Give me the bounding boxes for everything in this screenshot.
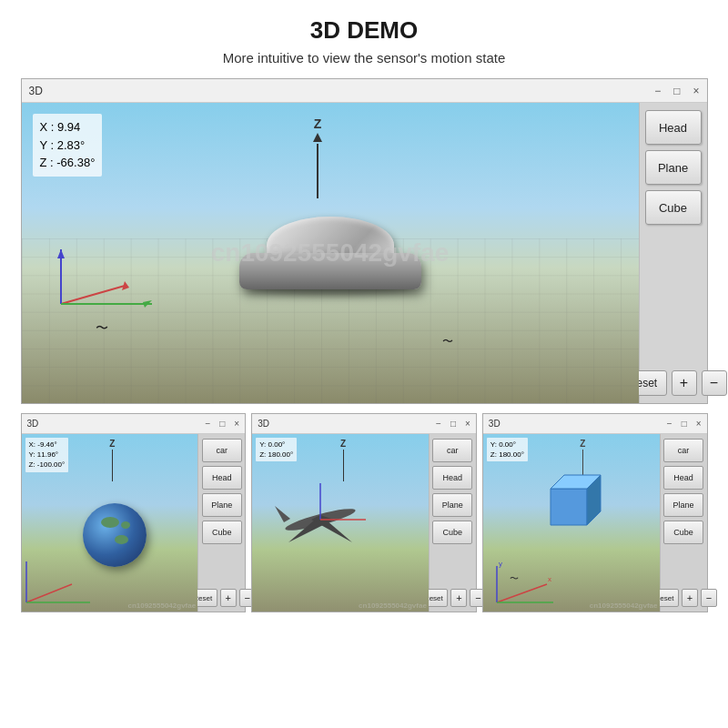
- zoom-in-button[interactable]: +: [672, 370, 697, 396]
- z-axis-label: Z: [314, 116, 322, 131]
- head-button[interactable]: Head: [645, 110, 702, 145]
- sub-maximize-3[interactable]: □: [682, 419, 687, 429]
- car-bottom: [239, 253, 421, 289]
- sub3-axis: x y: [488, 561, 556, 607]
- sub-window-globe: 3D − □ × X: -9.46° Y: 11.96° Z: -100.00°: [21, 413, 247, 612]
- sub-3d-airplane[interactable]: Y: 0.00° Z: 180.00° Z: [252, 434, 429, 612]
- sub3-bird: 〜: [510, 572, 519, 585]
- svg-marker-13: [275, 506, 290, 522]
- sub-close-2[interactable]: ×: [465, 419, 470, 429]
- sub1-cube-button[interactable]: Cube: [202, 521, 242, 544]
- main-right-panel: Head Plane Cube Reset + −: [639, 103, 707, 403]
- sub3-car-button[interactable]: car: [663, 439, 703, 462]
- sub1-watermark: cn1092555042gvfae: [127, 602, 196, 610]
- sub-viewport-2: Y: 0.00° Z: 180.00° Z: [252, 434, 476, 612]
- svg-marker-5: [57, 249, 65, 258]
- close-button[interactable]: ×: [693, 85, 699, 97]
- sub-controls-2: − □ ×: [436, 419, 470, 429]
- main-titlebar: 3D − □ ×: [22, 79, 707, 103]
- svg-text:x: x: [548, 575, 551, 583]
- sub3-head-button[interactable]: Head: [663, 466, 703, 490]
- sub-titlebar-2: 3D − □ ×: [252, 414, 476, 434]
- sub-window-airplane: 3D − □ × Y: 0.00° Z: 180.00° Z: [251, 413, 477, 612]
- continent-2: [115, 535, 128, 544]
- sub-panel-3: car Head Plane Cube Reset + −: [660, 434, 707, 612]
- sub-viewport-3: Y: 0.00° Z: 180.00° Z: [483, 434, 707, 612]
- sub-minimize-3[interactable]: −: [667, 419, 672, 429]
- sub-windows-row: 3D − □ × X: -9.46° Y: 11.96° Z: -100.00°: [21, 413, 708, 612]
- sub-controls-1: − □ ×: [205, 419, 239, 429]
- sub-minimize-1[interactable]: −: [205, 419, 210, 429]
- sub2-head-button[interactable]: Head: [432, 466, 472, 490]
- page-title: 3D DEMO: [310, 16, 418, 45]
- sub-minimize-2[interactable]: −: [436, 419, 441, 429]
- z-axis-indicator: Z: [313, 116, 322, 198]
- sub-coord-2: Y: 0.00° Z: 180.00°: [256, 438, 297, 461]
- sub3-z: Z: 180.00°: [490, 450, 524, 460]
- z-coord: Z : -66.38°: [40, 154, 96, 172]
- y-coord: Y : 2.83°: [40, 136, 96, 155]
- sub-coord-3: Y: 0.00° Z: 180.00°: [487, 438, 528, 461]
- sub1-car-button[interactable]: car: [202, 439, 242, 462]
- svg-marker-16: [551, 489, 587, 525]
- svg-text:y: y: [499, 561, 502, 568]
- sub1-head-button[interactable]: Head: [202, 466, 242, 490]
- svg-line-1: [61, 286, 125, 304]
- sub2-car-button[interactable]: car: [432, 439, 472, 462]
- sub-panel-2: car Head Plane Cube Reset + −: [429, 434, 476, 612]
- sub3-cube-button[interactable]: Cube: [663, 521, 703, 544]
- sub-title-1: 3D: [27, 419, 39, 429]
- zoom-out-button[interactable]: −: [702, 370, 727, 396]
- sub2-bottom-controls: Reset + −: [419, 589, 486, 607]
- sub-3d-cube[interactable]: Y: 0.00° Z: 180.00° Z: [483, 434, 660, 612]
- sub1-x: X: -9.46°: [29, 440, 66, 450]
- sub1-plane-button[interactable]: Plane: [202, 493, 242, 517]
- sub2-cube-button[interactable]: Cube: [432, 521, 472, 544]
- car-top: [267, 217, 394, 258]
- svg-line-7: [26, 584, 72, 602]
- sub-maximize-2[interactable]: □: [450, 419, 456, 429]
- sub3-plus-button[interactable]: +: [682, 589, 698, 607]
- sub-close-3[interactable]: ×: [696, 419, 702, 429]
- sub-title-3: 3D: [489, 419, 500, 429]
- sub-maximize-1[interactable]: □: [219, 419, 225, 429]
- z-axis-line: [317, 144, 318, 198]
- sub3-bottom-controls: Reset + −: [650, 589, 717, 607]
- sub2-plane-button[interactable]: Plane: [432, 493, 472, 517]
- sub-viewport-1: X: -9.46° Y: 11.96° Z: -100.00° Z: [22, 434, 246, 612]
- sub1-bottom-controls: Reset + −: [188, 589, 256, 607]
- plane-button[interactable]: Plane: [645, 150, 702, 185]
- coordinate-display: X : 9.94 Y : 2.83° Z : -66.38°: [33, 114, 103, 177]
- axis-lines: [52, 240, 161, 313]
- z-axis-arrow: [313, 133, 322, 142]
- cube-button[interactable]: Cube: [645, 190, 702, 225]
- sub3-plane-button[interactable]: Plane: [663, 493, 703, 517]
- continent-3: [121, 521, 130, 529]
- sub2-y: Y: 0.00°: [259, 440, 293, 450]
- bird-1: 〜: [96, 320, 108, 337]
- minimize-button[interactable]: −: [654, 85, 661, 97]
- sub1-y: Y: 11.96°: [29, 450, 66, 460]
- sub3-watermark: cn1092555042gvfae: [590, 602, 658, 610]
- sub2-plus-button[interactable]: +: [450, 589, 467, 607]
- cube-model: [532, 466, 605, 539]
- page-container: 3D DEMO More intuitive to view the senso…: [0, 0, 728, 728]
- main-3d-window: 3D − □ ×: [21, 78, 708, 404]
- sub-coord-1: X: -9.46° Y: 11.96° Z: -100.00°: [25, 438, 69, 472]
- maximize-button[interactable]: □: [673, 85, 680, 97]
- svg-line-19: [497, 584, 547, 602]
- sub1-plus-button[interactable]: +: [220, 589, 237, 607]
- airplane-model: [270, 479, 370, 561]
- sub1-z: Z: -100.00°: [29, 460, 66, 470]
- sub-panel-1: car Head Plane Cube Reset + −: [197, 434, 245, 612]
- sub3-minus-button[interactable]: −: [701, 589, 717, 607]
- x-coord: X : 9.94: [40, 118, 96, 136]
- sub1-axis: [22, 557, 95, 607]
- page-subtitle: More intuitive to view the sensor's moti…: [223, 50, 506, 66]
- car-3d-model: [239, 217, 421, 289]
- sub-close-1[interactable]: ×: [234, 419, 239, 429]
- main-3d-viewport[interactable]: X : 9.94 Y : 2.83° Z : -66.38° Z: [22, 103, 639, 403]
- sub2-watermark: cn1092555042gvfae: [359, 602, 427, 610]
- sub-3d-globe[interactable]: X: -9.46° Y: 11.96° Z: -100.00° Z: [22, 434, 198, 612]
- sub-titlebar-3: 3D − □ ×: [483, 414, 707, 434]
